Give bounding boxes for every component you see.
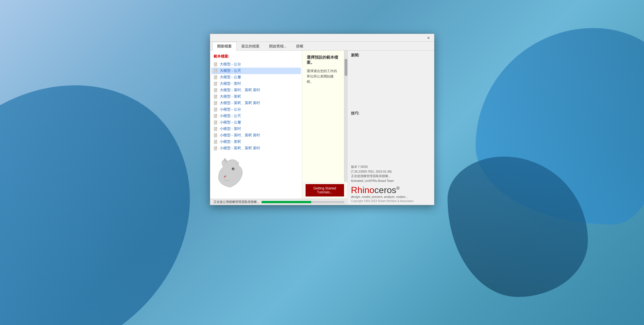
preview-text-area: 選擇預設的範本檔案。 選擇適合您的工作的單位與公差開始建模。 xyxy=(302,51,344,182)
version-text: 版本 7 SR26 xyxy=(351,164,428,169)
template-item[interactable]: 大模型 - 公尺 xyxy=(211,68,301,74)
template-item[interactable]: 小模型 - 公分 xyxy=(211,106,301,113)
news-title: 新聞: xyxy=(351,53,428,59)
template-item[interactable]: 小模型 - 公尺 xyxy=(211,113,301,119)
main-content: 範本檔案: xyxy=(210,51,434,205)
template-item[interactable]: 大模型 - 英呎、英呎 英吋 xyxy=(211,100,301,106)
template-list-panel: 範本檔案: xyxy=(210,51,302,199)
template-label: 小模型 - 英吋、英呎 英吋 xyxy=(220,133,260,138)
preview-description: 選擇適合您的工作的單位與公差開始建模。 xyxy=(307,68,339,85)
file-icon xyxy=(214,95,218,99)
rhino-startup-dialog: ✕ 開新檔案 最近的檔案 開啟舊檔... 授權 範本檔案: xyxy=(210,34,434,205)
brand-copyright: Copyright 1993-2023 Robert McNeel & Asso… xyxy=(351,200,414,203)
template-item[interactable]: 小模型 - 英呎 xyxy=(211,139,301,145)
template-label: 小模型 - 英吋 xyxy=(220,127,241,131)
preview-panel: 選擇預設的範本檔案。 選擇適合您的工作的單位與公差開始建模。 Getting S… xyxy=(302,51,347,199)
tab-bar: 開新檔案 最近的檔案 開啟舊檔... 授權 xyxy=(210,42,434,51)
brand-name-text: Rhinoceros® xyxy=(351,185,400,195)
file-icon xyxy=(214,107,218,112)
file-icon xyxy=(214,88,218,93)
template-label: 大模型 - 公釐 xyxy=(220,75,241,80)
preview-scrollbar[interactable] xyxy=(344,51,347,182)
template-label: 大模型 - 公分 xyxy=(220,62,241,67)
left-middle-top: 範本檔案: xyxy=(210,51,348,199)
template-label: 小模型 - 英呎 xyxy=(220,139,241,144)
brand-name: Rhinoceros® xyxy=(351,186,400,194)
status-license-text: 正在從授權管理員取得授權... xyxy=(351,174,428,178)
brand-r: Rhino xyxy=(351,185,375,195)
progress-bar-container xyxy=(262,201,344,203)
activation-text: Activated, LinXP/Ru-Board Team xyxy=(351,178,428,183)
left-middle-panel: 範本檔案: xyxy=(210,51,348,205)
template-label: 大模型 - 英呎、英呎 英吋 xyxy=(220,101,260,106)
tutorial-button[interactable]: Getting Started Tutorials... xyxy=(306,184,344,196)
template-label: 小模型 - 公分 xyxy=(220,107,241,112)
svg-point-73 xyxy=(224,176,226,177)
template-label: 小模型 - 公尺 xyxy=(220,114,241,118)
template-item[interactable]: 小模型 - 英呎、英呎 英吋 xyxy=(211,145,301,152)
brand-tagline: design, model, present, analyze, realize… xyxy=(351,195,408,198)
preview-title: 選擇預設的範本檔案。 xyxy=(307,55,339,65)
tab-open-file[interactable]: 開啟舊檔... xyxy=(264,42,292,51)
tab-license[interactable]: 授權 xyxy=(291,42,308,51)
file-icon xyxy=(214,69,218,73)
template-label: 大模型 - 英吋、英呎 英吋 xyxy=(220,88,260,93)
file-icon xyxy=(214,82,218,86)
svg-point-70 xyxy=(232,168,235,170)
template-item[interactable]: 大模型 - 公分 xyxy=(211,61,301,68)
file-icon xyxy=(214,101,218,106)
title-bar: ✕ xyxy=(210,34,434,42)
section-title: 範本檔案: xyxy=(210,53,302,61)
close-button[interactable]: ✕ xyxy=(425,35,432,41)
rhino-image xyxy=(214,158,247,194)
template-item[interactable]: 小模型 - 公釐 xyxy=(211,119,301,126)
tips-title: 技巧: xyxy=(351,111,428,117)
preview-content: 選擇預設的範本檔案。 選擇適合您的工作的單位與公差開始建模。 xyxy=(302,51,347,182)
version-info: 版本 7 SR26 (7.26.23009.7001, 2023-01-09) … xyxy=(351,164,428,183)
status-bar: 正在從公用授權管理員取得授權... xyxy=(210,199,348,205)
template-item[interactable]: 小模型 - 英吋 xyxy=(211,126,301,132)
file-icon xyxy=(214,146,218,151)
right-panel: 新聞: 技巧: 版本 7 SR26 (7.26.23009.7001, 2023… xyxy=(348,51,432,205)
template-label: 小模型 - 公釐 xyxy=(220,120,241,125)
template-item[interactable]: 大模型 - 英呎 xyxy=(211,93,301,100)
file-icon xyxy=(214,127,218,131)
file-icon xyxy=(214,133,218,138)
rhino-brand: Rhinoceros® design, model, present, anal… xyxy=(351,186,428,203)
template-item[interactable]: 小模型 - 英吋、英呎 英吋 xyxy=(211,132,301,139)
svg-point-71 xyxy=(232,168,233,169)
file-icon xyxy=(214,62,218,67)
brand-rest: ceros® xyxy=(374,185,400,195)
template-item[interactable]: 大模型 - 英吋、英呎 英吋 xyxy=(211,87,301,93)
template-label: 大模型 - 英呎 xyxy=(220,94,241,99)
template-label: 小模型 - 英呎、英呎 英吋 xyxy=(220,146,260,151)
tab-new-file[interactable]: 開新檔案 xyxy=(212,42,237,51)
file-icon xyxy=(214,114,218,118)
scrollbar-thumb[interactable] xyxy=(345,59,347,76)
news-spacer xyxy=(351,61,428,106)
tab-recent-files[interactable]: 最近的檔案 xyxy=(237,42,264,51)
file-icon xyxy=(214,120,218,125)
file-icon xyxy=(214,75,218,80)
progress-bar-fill xyxy=(262,201,311,203)
template-list: 大模型 - 公分 xyxy=(210,61,302,152)
status-text: 正在從公用授權管理員取得授權... xyxy=(214,200,259,204)
build-text: (7.26.23009.7001, 2023-01-09) xyxy=(351,169,428,174)
tips-spacer xyxy=(351,119,428,164)
template-label: 大模型 - 英吋 xyxy=(220,81,241,86)
file-icon xyxy=(214,140,218,144)
template-item[interactable]: 大模型 - 公釐 xyxy=(211,74,301,81)
registered-symbol: ® xyxy=(396,186,400,191)
rhino-logo-area xyxy=(210,152,302,196)
template-item[interactable]: 大模型 - 英吋 xyxy=(211,81,301,87)
template-label: 大模型 - 公尺 xyxy=(220,68,241,73)
